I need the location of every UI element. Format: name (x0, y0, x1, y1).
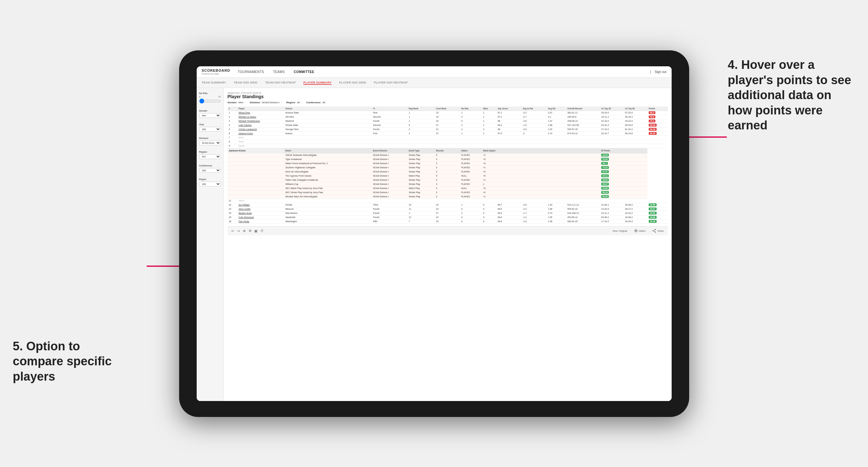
subnav-team-summary[interactable]: TEAM SUMMARY (202, 80, 226, 85)
cell-w: 0 (482, 203, 496, 207)
cell-rr: 1 (407, 115, 435, 119)
event-type: Stroke Play (407, 157, 435, 161)
col-avg-par: Avg to-Par (522, 106, 547, 111)
region-select[interactable]: N/A (199, 154, 221, 159)
subnav-player-h2h-grid[interactable]: PLAYER H2H GRID (339, 80, 366, 85)
event-division: NCAA Division I (372, 194, 407, 198)
event-rounds: 9 (435, 174, 460, 178)
player-select[interactable]: (All) (199, 182, 221, 186)
event-division: NCAA Division I (372, 174, 407, 178)
cell-v25: 20-12-7 (600, 131, 624, 135)
event-division: NCAA Division I (372, 178, 407, 182)
event-rounds: 3 (435, 178, 460, 182)
cell-pts[interactable]: 40.58 (647, 203, 668, 207)
sign-out-link[interactable]: Sign out (655, 70, 666, 74)
cell-school: Washington (284, 219, 372, 223)
table-row: 22 Ian Gilligan Florida Third 10 24 1 0 … (227, 203, 668, 207)
share-btn[interactable]: Share (652, 229, 664, 233)
cell-nr: 0 (460, 219, 482, 223)
no-rds-slider[interactable] (199, 98, 221, 103)
watch-btn[interactable]: Watch (634, 229, 646, 233)
cell-ov: 616-168-12 (566, 211, 600, 215)
cell-cr: 15 (435, 111, 460, 115)
conference-select[interactable]: (All) (199, 168, 221, 173)
subnav-team-h2h-heatmap[interactable]: TEAM H2H HEATMAP (265, 80, 296, 85)
table-row: 25 Cole Sherwood Vanderbilt Fourth 12 24… (227, 215, 668, 219)
nav-teams[interactable]: TEAMS (273, 69, 285, 74)
event-status: NULL (460, 174, 482, 178)
event-row: Amer An Intercollegiate NCAA Division I … (227, 169, 668, 174)
timer-btn[interactable]: ⏱ (260, 229, 264, 233)
col-reg-rank: Reg Rank (407, 106, 435, 111)
cell-cr: 27 (435, 123, 460, 127)
view-original-btn[interactable]: View: Original (612, 229, 627, 232)
cell-par: -2.6 (522, 127, 547, 131)
event-division: NCAA Division I (372, 182, 407, 186)
event-type: Match Play (407, 186, 435, 190)
subnav-player-h2h-heatmap[interactable]: PLAYER H2H HEATMAP (374, 80, 408, 85)
cell-rr: 2 (407, 127, 435, 131)
cell-player: Ian Gilligan (237, 203, 284, 207)
division-select[interactable]: NCAA Division I (199, 141, 221, 145)
nav-right: | Sign out (650, 70, 666, 74)
cell-rank: 4 (227, 123, 238, 127)
cell-player: Christo Lamprecht (237, 127, 284, 131)
subnav-team-h2h-grid[interactable]: TEAM H2H GRID (234, 80, 257, 85)
event-division: NCAA Division I (372, 186, 407, 190)
cell-cr: 21 (435, 127, 460, 131)
redo-btn[interactable]: ↪ (237, 229, 240, 233)
col-wins: Wins (482, 106, 496, 111)
layout-btn[interactable]: ▦ (254, 229, 257, 233)
event-rank-impact: +0 (482, 157, 600, 161)
cell-pts[interactable]: 88.2 (647, 111, 668, 115)
eh-type: Event Type (407, 148, 435, 153)
col-school: School (284, 106, 372, 111)
undo-btn[interactable]: ↩ (231, 229, 234, 233)
cell-pts[interactable]: 68.94 (647, 123, 668, 127)
cell-pts[interactable]: 60.49 (647, 127, 668, 131)
col-conf-rank: Conf Rank (435, 106, 460, 111)
event-rank-impact: +1 (482, 165, 600, 169)
nav-tournaments[interactable]: TOURNAMENTS (238, 69, 264, 74)
cell-rr: 1 (407, 119, 435, 123)
cell-pts[interactable]: 39.95 (647, 215, 668, 219)
cell-pts[interactable]: 38.49 (647, 219, 668, 223)
table-row-collapsed: 8Prest (227, 139, 668, 144)
cell-cr: 18 (435, 119, 460, 123)
region-label: Region (199, 151, 221, 153)
event-division: NCAA Division I (372, 157, 407, 161)
event-name: SEC Stroke Play hosted by Jerry Pate (284, 190, 372, 194)
eh-rounds: Rounds (435, 148, 460, 153)
cell-pts[interactable]: 40.02 (647, 211, 668, 215)
cell-w: 0 (482, 207, 496, 211)
filter-division: Division NCAA Division I (199, 137, 221, 145)
event-rounds: 3 (435, 165, 460, 169)
col-vs25: Vs Top 25 (600, 106, 624, 111)
cell-sg: 1.98 (547, 123, 566, 127)
settings-btn[interactable]: ⚙ (243, 229, 246, 233)
gender-select[interactable]: Men (199, 113, 221, 118)
col-player: Player (237, 106, 284, 111)
cell-v50: 57-23-0 (624, 111, 648, 115)
subnav-player-summary[interactable]: PLAYER SUMMARY (304, 80, 332, 85)
copy-btn[interactable]: ⧉ (249, 229, 251, 233)
cell-pts[interactable]: 76.2 (647, 115, 668, 119)
cell-pts[interactable]: 70.2 (647, 119, 668, 123)
main-content: No Rds. 4 52 Gender Men Year (197, 88, 672, 401)
table-header-row: # Player School Yr Reg Rank Conf Rank No… (227, 106, 668, 111)
cell-nr: 2 (460, 127, 482, 131)
cell-yr: Third (372, 203, 407, 207)
event-status: PLAYED (460, 157, 482, 161)
range-labels: 4 52 (199, 96, 221, 98)
year-select[interactable]: (All) (199, 127, 221, 132)
table-row: 2 Michael La Sasso Ole Miss Second 1 18 … (227, 115, 668, 119)
cell-rr: 5 (407, 123, 435, 127)
nav-committee[interactable]: COMMITTEE (293, 69, 314, 74)
cell-rank: 26 (227, 219, 238, 223)
cell-pts[interactable]: 58.18 (647, 131, 668, 135)
cell-pts[interactable]: 40.27 (647, 207, 668, 211)
cell-v50: 61-20-2 (624, 127, 648, 131)
nav-bar: SCOREBOARD Powered by clippi TOURNAMENTS… (197, 66, 672, 78)
cell-v25: 24-31-3 (600, 123, 624, 127)
cell-adj: 68.7 (496, 203, 521, 207)
